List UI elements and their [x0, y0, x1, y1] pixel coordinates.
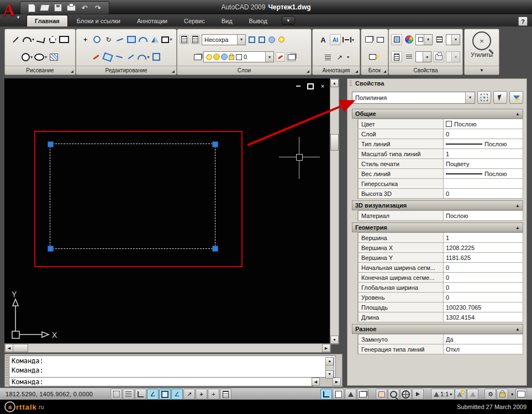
property-row-linetype-generation[interactable]: Генерация типа линий Откл [358, 344, 523, 354]
vertical-scroll-thumb[interactable] [330, 134, 339, 151]
palette-title-bar[interactable]: Свойства [347, 79, 526, 88]
lineweight-toggle[interactable]: + [196, 389, 207, 400]
layer-states-icon[interactable] [191, 35, 200, 44]
command-history[interactable]: Команда: Команда: ▲ ▼ [9, 355, 336, 378]
trim-icon[interactable] [115, 35, 125, 45]
drawing-canvas[interactable]: × Y X [4, 78, 330, 343]
osnap-toggle[interactable] [159, 389, 171, 400]
panel-properties-label[interactable]: Свойства [389, 66, 462, 75]
insert-block-icon[interactable] [364, 35, 374, 45]
canvas-vertical-scrollbar[interactable]: ▲ ▼ [330, 78, 339, 344]
layer-unisolate-icon[interactable] [257, 35, 266, 44]
property-row-start-width[interactable]: Начальная ширина сегм... 0 [358, 263, 523, 273]
rotate-icon[interactable]: ↻ [103, 35, 113, 45]
steering-wheel-button[interactable] [400, 389, 412, 400]
extend-icon[interactable] [126, 52, 136, 62]
new-button[interactable] [26, 3, 37, 13]
toolbar-lock-button[interactable] [497, 389, 508, 400]
command-scrollbar[interactable]: ▲ ▼ [325, 357, 334, 379]
erase-icon[interactable] [91, 52, 101, 62]
linetype-icon[interactable] [404, 52, 414, 62]
grip-top-left[interactable] [48, 141, 54, 147]
workspace-switch-button[interactable]: ⚙ [484, 389, 496, 400]
layer-freeze-icon[interactable] [267, 35, 276, 44]
lineweight-select[interactable]: ▾ [446, 34, 460, 45]
chevron-down-icon[interactable]: ▾ [265, 52, 273, 62]
minimize-ribbon-button[interactable]: ▾ [282, 16, 295, 25]
hatch-icon[interactable] [49, 52, 59, 62]
match-properties-icon[interactable] [391, 34, 402, 45]
scroll-down-button[interactable]: ▼ [330, 336, 339, 344]
status-menu-arrow[interactable]: ▾ [511, 392, 513, 397]
command-window-grip[interactable] [6, 355, 8, 385]
object-type-select[interactable]: Полилиния ▾ [352, 92, 475, 104]
tab-tools[interactable]: Сервис [176, 15, 213, 26]
section-general[interactable]: Общие ▲ [352, 109, 523, 119]
multiline-text-icon[interactable]: А [318, 35, 328, 45]
command-scroll-left-button[interactable]: ◀ [312, 378, 320, 386]
dynamic-input-toggle[interactable]: + [208, 389, 219, 400]
plot-style-icon[interactable] [433, 51, 444, 62]
panel-layers-label[interactable]: Слои [177, 66, 311, 75]
chevron-down-icon[interactable]: ▾ [423, 52, 431, 62]
panel-annotation-label[interactable]: Аннотация [313, 66, 360, 75]
property-row-material[interactable]: Материал Послою [358, 210, 523, 221]
layer-state-select[interactable]: Несохра ▾ [202, 34, 246, 45]
collapse-icon[interactable]: ▲ [515, 203, 520, 208]
save-button[interactable] [52, 3, 64, 13]
chevron-down-icon[interactable]: ▾ [424, 35, 432, 45]
stretch-icon[interactable] [138, 35, 148, 45]
property-row-color[interactable]: Цвет Послою [358, 119, 523, 129]
layer-vp-icon[interactable] [221, 54, 228, 60]
scale-icon[interactable] [127, 35, 136, 45]
property-row-linetype-scale[interactable]: Масштаб типа линий 1 [358, 149, 523, 159]
scroll-up-button[interactable]: ▲ [325, 357, 334, 365]
dimension-icon[interactable]: ▾ [343, 35, 354, 45]
explode-icon[interactable] [103, 52, 113, 62]
polygon-icon[interactable] [48, 35, 57, 45]
panel-draw-label[interactable]: Рисование [5, 66, 75, 75]
clean-screen-button[interactable] [515, 389, 527, 400]
move-icon[interactable]: + [80, 35, 90, 45]
property-row-global-width[interactable]: Глобальная ширина 0 [358, 283, 523, 293]
copy-icon[interactable] [92, 35, 102, 45]
fillet-icon[interactable]: ▾ [138, 52, 149, 62]
layer-off-icon[interactable] [277, 35, 286, 44]
array-icon[interactable]: ▾ [161, 35, 172, 45]
block-editor-icon[interactable]: ⚡ [369, 52, 380, 62]
section-geometry[interactable]: Геометрия ▲ [352, 222, 523, 232]
canvas-horizontal-scrollbar[interactable]: ◀ ▶ [4, 343, 331, 353]
break-icon[interactable] [114, 52, 124, 62]
drawing-close-button[interactable]: × [319, 83, 326, 89]
zoom-button[interactable] [388, 389, 399, 400]
grip-bottom-right[interactable] [212, 246, 218, 252]
layout1-button[interactable] [333, 389, 344, 400]
property-row-vertex[interactable]: Вершина 1 [358, 232, 523, 243]
layers-stack-icon[interactable] [193, 53, 202, 61]
grip-top-right[interactable] [212, 141, 218, 147]
layer-thaw-icon[interactable] [213, 54, 220, 60]
text-style-icon[interactable]: АІ [330, 34, 341, 45]
chevron-down-icon[interactable]: ▾ [237, 35, 245, 45]
command-input[interactable]: Команда: [9, 377, 314, 386]
otrack-toggle[interactable]: ∠ [171, 389, 183, 400]
layer-unlock-icon[interactable] [229, 55, 234, 60]
layer-properties-icon[interactable] [180, 35, 189, 44]
drawing-restore-button[interactable] [307, 83, 314, 89]
chevron-down-icon[interactable]: ▾ [465, 92, 475, 103]
ellipse-icon[interactable]: ▾ [34, 52, 47, 62]
circle-icon[interactable]: ▾ [22, 52, 33, 62]
panel-modify-label[interactable]: Редактирование [76, 66, 176, 75]
match-layer-icon[interactable] [276, 52, 285, 62]
linetype-select[interactable]: ▾ [415, 51, 431, 62]
section-misc[interactable]: Разное ▲ [352, 324, 523, 334]
scroll-right-button[interactable]: ▶ [322, 344, 330, 352]
redo-button[interactable]: ↷ [92, 3, 103, 13]
multileader-icon[interactable]: ↗ [335, 52, 345, 62]
drawing-minimize-button[interactable] [294, 83, 302, 89]
select-objects-button[interactable] [493, 91, 507, 104]
property-row-thickness[interactable]: Высота 3D 0 [358, 189, 523, 199]
property-row-closed[interactable]: Замкнуто Да [358, 334, 523, 344]
scroll-left-button[interactable]: ◀ [5, 344, 13, 352]
property-row-layer[interactable]: Слой 0 [358, 129, 523, 139]
